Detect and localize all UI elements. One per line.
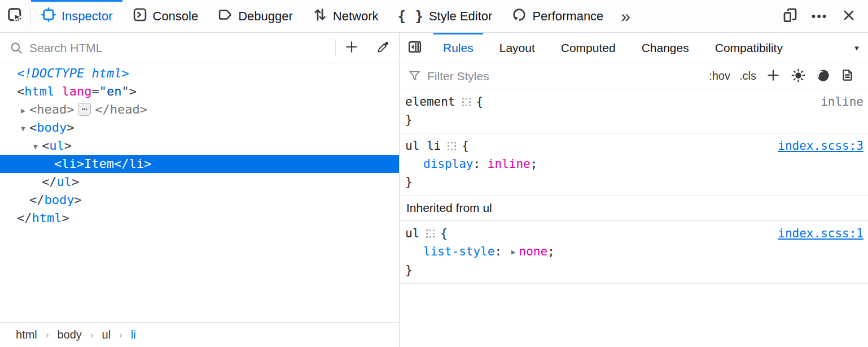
code-token: < (17, 84, 24, 98)
rule-selector[interactable]: ul (405, 224, 419, 242)
twisty-expanded-icon[interactable]: ▼ (29, 138, 42, 156)
print-media-simulation-button[interactable] (835, 64, 860, 89)
tab-debugger[interactable]: Debugger (208, 0, 303, 32)
eyedropper-button[interactable] (367, 33, 399, 63)
expand-shorthand-icon[interactable]: ▶ (511, 248, 516, 256)
code-token: > (144, 157, 151, 171)
markup-search-bar (0, 33, 399, 63)
breadcrumb-item-li[interactable]: li (131, 328, 136, 341)
collapsed-children-ellipsis-badge[interactable]: ⋯ (78, 103, 91, 116)
semicolon: ; (547, 245, 555, 258)
responsive-design-mode-button[interactable] (778, 4, 803, 29)
code-token: ul (57, 175, 72, 189)
tree-row[interactable]: <html lang="en"> (0, 83, 399, 101)
tab-layout[interactable]: Layout (486, 33, 548, 63)
add-new-node-button[interactable] (336, 33, 367, 63)
rules-panel: Rules Layout Computed Changes Compatibil… (400, 33, 868, 347)
tab-label: Performance (532, 9, 603, 24)
debugger-icon (217, 7, 233, 26)
breadcrumb: html›body›ul›li (0, 322, 399, 347)
css-declaration[interactable]: list-style: ▶none; (405, 242, 863, 261)
tab-inspector[interactable]: Inspector (31, 0, 122, 32)
tab-network[interactable]: Network (303, 0, 388, 32)
inherited-from-header: Inherited from ul (400, 196, 868, 221)
add-rule-icon (766, 68, 781, 84)
code-token: html (24, 84, 54, 98)
selector-highlighter-grid-icon[interactable] (462, 98, 471, 106)
code-token: Item (84, 157, 114, 171)
tree-row[interactable]: ▼<ul> (0, 137, 399, 155)
tab-label: Rules (443, 41, 474, 55)
devtools-window: Inspector Console Debugger (0, 0, 868, 347)
tree-row[interactable]: </body> (0, 191, 399, 209)
toggle-pseudo-classes-button[interactable]: :hov (704, 67, 735, 85)
dark-theme-simulation-button[interactable] (810, 64, 835, 89)
twisty-expanded-icon[interactable]: ▼ (17, 120, 29, 138)
code-token: > (77, 157, 84, 171)
tree-row-selected[interactable]: <li>Item</li> (0, 155, 399, 173)
property-name[interactable]: display (423, 157, 474, 171)
css-declaration[interactable]: display: inline; (405, 155, 863, 173)
tab-performance[interactable]: Performance (502, 0, 613, 32)
code-token: html (32, 211, 62, 225)
devtools-toolbar: Inspector Console Debugger (0, 0, 868, 33)
tree-row[interactable]: </html> (0, 209, 399, 227)
code-token: body (45, 193, 74, 207)
tree-row[interactable]: ▶<head>⋯</head> (0, 101, 399, 119)
search-html-input[interactable] (24, 41, 335, 55)
property-value[interactable]: none (519, 245, 548, 258)
tab-computed[interactable]: Computed (548, 33, 629, 63)
tree-row[interactable]: <!DOCTYPE html> (0, 64, 399, 83)
code-token: <!DOCTYPE html> (17, 66, 129, 80)
tab-style-editor[interactable]: { } Style Editor (388, 0, 502, 32)
tab-label: Network (333, 9, 379, 24)
selector-highlighter-grid-icon[interactable] (426, 229, 435, 238)
performance-gauge-icon (511, 7, 527, 26)
colon: : (474, 157, 488, 171)
tab-console[interactable]: Console (122, 0, 208, 32)
code-token: > (64, 138, 72, 153)
code-token: < (29, 120, 37, 135)
meatball-menu-icon: ••• (811, 9, 827, 24)
colon: : (494, 245, 508, 258)
code-token: en (107, 84, 122, 98)
css-rule: element{inline} (400, 89, 868, 133)
light-theme-simulation-button[interactable] (786, 64, 810, 89)
tab-label: Console (153, 9, 199, 24)
selector-highlighter-grid-icon[interactable] (448, 142, 456, 150)
breadcrumb-separator-icon: › (90, 329, 94, 341)
tree-row[interactable]: ▼<body> (0, 119, 399, 137)
print-media-icon (840, 68, 855, 84)
code-token: =" (91, 84, 107, 98)
filter-styles-input[interactable] (422, 70, 704, 83)
code-token: > (74, 193, 81, 207)
rule-selector[interactable]: element (405, 93, 455, 111)
rule-source-link[interactable]: index.scss:3 (778, 137, 863, 155)
tab-label: Layout (499, 41, 535, 55)
more-tools-button[interactable]: » (613, 0, 638, 32)
property-name[interactable]: list-style (423, 245, 494, 258)
tab-label: Compatibility (715, 41, 783, 55)
property-value[interactable]: inline (488, 157, 531, 171)
breadcrumb-item-ul[interactable]: ul (102, 328, 111, 341)
tree-row[interactable]: </ul> (0, 173, 399, 191)
tab-label: Changes (642, 41, 689, 55)
rule-source-link[interactable]: index.scss:1 (778, 224, 863, 242)
all-tabs-menu-button[interactable]: ▾ (845, 33, 868, 63)
collapse-sidebar-button[interactable] (400, 33, 430, 63)
close-devtools-button[interactable] (836, 4, 861, 29)
breadcrumb-item-body[interactable]: body (57, 328, 81, 341)
breadcrumb-item-html[interactable]: html (16, 328, 37, 341)
tab-rules[interactable]: Rules (430, 33, 486, 63)
rule-selector[interactable]: ul li (405, 137, 441, 155)
tab-compatibility[interactable]: Compatibility (702, 33, 796, 63)
add-rule-button[interactable] (761, 64, 786, 89)
devtools-main: <!DOCTYPE html><html lang="en">▶<head>⋯<… (0, 33, 868, 347)
code-token: > (62, 211, 69, 225)
toggle-classes-button[interactable]: .cls (735, 67, 761, 85)
tab-changes[interactable]: Changes (629, 33, 702, 63)
node-picker-button[interactable] (0, 0, 30, 32)
twisty-collapsed-icon[interactable]: ▶ (17, 102, 29, 120)
code-token: </head> (95, 102, 147, 116)
devtools-menu-button[interactable]: ••• (807, 4, 832, 29)
